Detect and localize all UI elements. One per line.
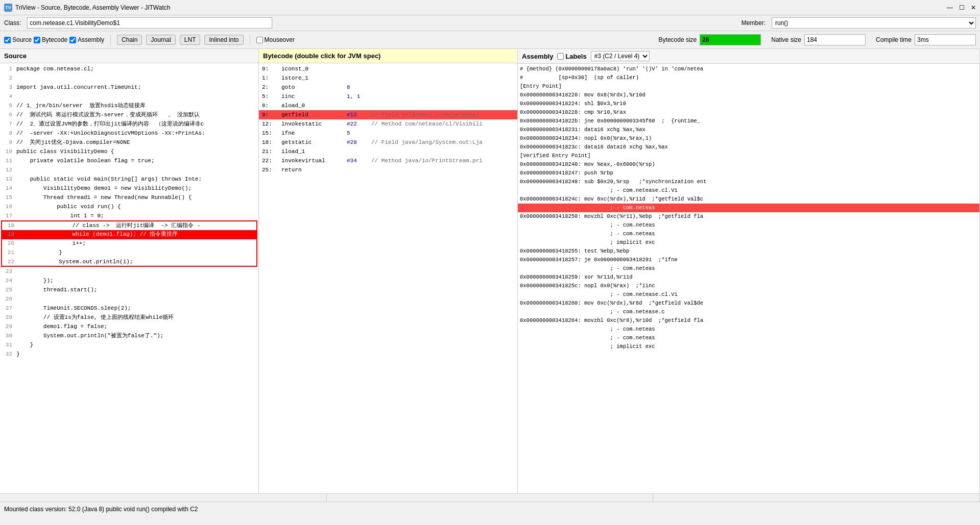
mouseover-checkbox[interactable]	[256, 37, 263, 43]
bytecode-content[interactable]: 0:iconst_01:istore_12:goto85:iinc1, 18:a…	[259, 63, 517, 493]
bytecode-line[interactable]: 18:getstatic#28// Field java/lang/System…	[259, 138, 517, 147]
asm-line[interactable]: 0x000000000341825c: nopl 0x0(%rax) ;*iin…	[518, 282, 979, 290]
asm-line[interactable]: 0x0000000003418264: movzbl 0xc(%r8),%r10…	[518, 316, 979, 325]
source-line[interactable]: 23	[0, 267, 258, 276]
assembly-scrollbar[interactable]	[653, 494, 980, 502]
source-line[interactable]: 10public class VisibilityDemo {	[0, 147, 258, 156]
asm-line[interactable]: # [sp+0x30] (sp of caller)	[518, 73, 979, 82]
asm-line[interactable]: 0x0000000003418250: movzbl 0xc(%r11),%eb…	[518, 212, 979, 221]
member-select[interactable]: run()	[772, 17, 976, 29]
source-line[interactable]: 28 // 设置is为false, 使上面的线程结束while循环	[0, 313, 258, 322]
source-line[interactable]: 26	[0, 294, 258, 304]
asm-line[interactable]: 0x000000000341822b: jne 0x0000000003345f…	[518, 117, 979, 126]
level-select[interactable]: #3 (C2 / Level 4)	[591, 51, 650, 61]
bytecode-line[interactable]: 22:invokevirtual#34// Method java/io/Pri…	[259, 156, 517, 165]
asm-line[interactable]: 0x0000000003418220: mov 0x8(%rdx),%r10d	[518, 91, 979, 99]
source-line[interactable]: 17 int i = 0;	[0, 211, 258, 220]
asm-line[interactable]: 0x0000000003418259: xor %r11d,%r11d	[518, 273, 979, 282]
bytecode-line[interactable]: 12:invokestatic#22// Method com/netease/…	[259, 119, 517, 129]
asm-line[interactable]: 0x0000000003418257: je 0x000000000341829…	[518, 256, 979, 264]
titlebar-controls[interactable]: — ☐ ✕	[947, 4, 976, 11]
asm-line[interactable]: ; - com.neteas	[518, 325, 979, 334]
source-line[interactable]: 9// 关闭jit优化-Djava.compiler=NONE	[0, 138, 258, 147]
class-input[interactable]	[27, 17, 272, 29]
labels-checkbox[interactable]	[557, 53, 564, 60]
source-line[interactable]: 11 private volatile boolean flag = true;	[0, 156, 258, 165]
scrollbar-row[interactable]	[0, 493, 980, 502]
bytecode-scrollbar[interactable]	[327, 494, 654, 502]
chain-button[interactable]: Chain	[117, 35, 142, 45]
asm-line[interactable]: ; - com.netease.cl.Vi	[518, 186, 979, 195]
asm-line[interactable]: 0x000000000341823c: data16 data16 xchg %…	[518, 143, 979, 152]
lnt-button[interactable]: LNT	[180, 35, 201, 45]
source-line[interactable]: 8// -server -XX:+UnlockDiagnosticVMOptio…	[0, 129, 258, 138]
source-line[interactable]: 3import java.util.concurrent.TimeUnit;	[0, 83, 258, 92]
asm-line[interactable]: 0x0000000003418234: nopl 0x0(%rax,%rax,1…	[518, 134, 979, 143]
asm-line[interactable]: 0x0000000003418247: push %rbp	[518, 169, 979, 178]
bytecode-checkbox[interactable]	[34, 37, 40, 43]
asm-line[interactable]: ; - com.neteas	[518, 230, 979, 238]
asm-line[interactable]: 0x0000000003418248: sub $0x20,%rsp ;*syn…	[518, 178, 979, 186]
asm-line[interactable]: 0x0000000003418240: mov %eax,-0x6000(%rs…	[518, 160, 979, 169]
asm-line[interactable]: 0x0000000003418224: shl $0x3,%r10	[518, 99, 979, 108]
source-line[interactable]: 13 public static void main(String[] args…	[0, 174, 258, 184]
asm-line[interactable]: 0x0000000003418260: mov 0xc(%rdx),%r8d ;…	[518, 299, 979, 308]
source-line[interactable]: 32}	[0, 349, 258, 359]
source-line[interactable]: 19 while (demo1.flag); // 指令重排序	[1, 230, 257, 239]
source-line[interactable]: 15 Thread thread1 = new Thread(new Runna…	[0, 193, 258, 202]
asm-line[interactable]: ; - com.neteas	[518, 204, 979, 212]
source-line[interactable]: 2	[0, 73, 258, 83]
source-line[interactable]: 14 VisibilityDemo demo1 = new Visibility…	[0, 184, 258, 193]
source-line[interactable]: 29 demo1.flag = false;	[0, 322, 258, 331]
source-line[interactable]: 1package com.netease.cl;	[0, 64, 258, 73]
source-checkbox-label[interactable]: Source	[4, 36, 32, 43]
bytecode-line[interactable]: 0:iconst_0	[259, 64, 517, 73]
inlined-into-button[interactable]: Inlined into	[204, 35, 243, 45]
bytecode-line[interactable]: 25:return	[259, 165, 517, 174]
source-line[interactable]: 6// 测试代码 将运行模式设置为-server，变成死循环 。 没加默认	[0, 110, 258, 119]
mouseover-checkbox-label[interactable]: Mouseover	[256, 36, 295, 43]
asm-line[interactable]: 0x0000000003418231: data16 xchg %ax,%ax	[518, 126, 979, 134]
labels-checkbox-label[interactable]: Labels	[557, 53, 586, 60]
maximize-button[interactable]: ☐	[959, 4, 965, 11]
source-line[interactable]: 27 TimeUnit.SECONDS.sleep(2);	[0, 304, 258, 313]
source-content[interactable]: 1package com.netease.cl;23import java.ut…	[0, 63, 258, 493]
source-scrollbar[interactable]	[0, 494, 327, 502]
source-checkbox[interactable]	[4, 37, 11, 43]
asm-line[interactable]: ; - com.netease.c	[518, 308, 979, 316]
assembly-content[interactable]: # {method} (0x00000000178a0ac8) 'run' '(…	[518, 64, 979, 493]
minimize-button[interactable]: —	[947, 4, 953, 11]
source-line[interactable]: 16 public void run() {	[0, 202, 258, 211]
bytecode-line[interactable]: 1:istore_1	[259, 73, 517, 83]
source-line[interactable]: 31 }	[0, 340, 258, 349]
source-line[interactable]: 18 // class -> 运行时jit编译 -> 汇编指令 -	[1, 220, 257, 230]
asm-line[interactable]: 0x0000000003418255: test %ebp,%ebp	[518, 247, 979, 256]
source-line[interactable]: 25 thread1.start();	[0, 285, 258, 294]
source-line[interactable]: 7// 2、通过设置JVM的参数，打印出jit编译的内容 （这里说的编译非c	[0, 119, 258, 129]
bytecode-checkbox-label[interactable]: Bytecode	[34, 36, 67, 43]
asm-line[interactable]: [Verified Entry Point]	[518, 152, 979, 160]
bytecode-line[interactable]: 9:getfield#12// Field val$demo1:Lcom/net…	[259, 110, 517, 119]
asm-line[interactable]: ; - com.netease.cl.Vi	[518, 290, 979, 299]
asm-line[interactable]: ; - com.neteas	[518, 221, 979, 230]
source-line[interactable]: 4	[0, 92, 258, 101]
asm-line[interactable]: ; implicit exc	[518, 342, 979, 351]
asm-line[interactable]: [Entry Point]	[518, 82, 979, 91]
asm-line[interactable]: 0x0000000003418228: cmp %r10,%rax	[518, 108, 979, 117]
bytecode-line[interactable]: 8:aload_0	[259, 101, 517, 110]
close-button[interactable]: ✕	[971, 4, 976, 11]
asm-line[interactable]: ; implicit exc	[518, 238, 979, 247]
asm-line[interactable]: ; - com.neteas	[518, 334, 979, 342]
bytecode-line[interactable]: 5:iinc1, 1	[259, 92, 517, 101]
bytecode-line[interactable]: 15:ifne5	[259, 129, 517, 138]
journal-button[interactable]: Journal	[146, 35, 175, 45]
source-line[interactable]: 12	[0, 165, 258, 174]
asm-line[interactable]: # {method} (0x00000000178a0ac8) 'run' '(…	[518, 65, 979, 73]
bytecode-line[interactable]: 2:goto8	[259, 83, 517, 92]
source-line[interactable]: 20 i++;	[1, 239, 257, 248]
assembly-checkbox-label[interactable]: Assembly	[69, 36, 104, 43]
source-line[interactable]: 30 System.out.println("被置为false了.");	[0, 331, 258, 340]
bytecode-line[interactable]: 21:iload_1	[259, 147, 517, 156]
source-line[interactable]: 21 }	[1, 248, 257, 258]
source-line[interactable]: 24 });	[0, 276, 258, 285]
